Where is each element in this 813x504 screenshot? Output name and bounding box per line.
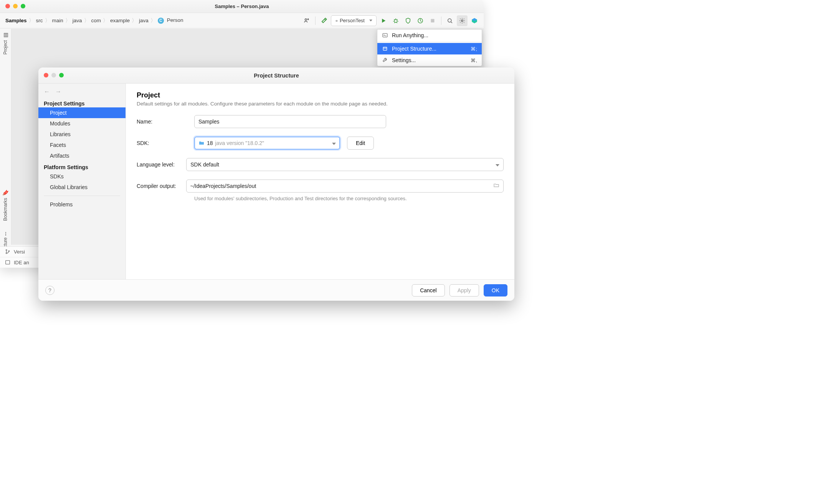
compiler-output-field[interactable]: ~/IdeaProjects/Samples/out xyxy=(186,180,504,193)
svg-point-4 xyxy=(448,18,451,22)
edit-sdk-button[interactable]: Edit xyxy=(347,137,374,150)
toolbox-icon[interactable] xyxy=(469,15,480,26)
code-with-me-icon[interactable] xyxy=(301,15,312,26)
svg-point-5 xyxy=(461,20,463,21)
breadcrumb-item[interactable]: com xyxy=(90,17,103,24)
svg-point-0 xyxy=(305,18,307,20)
sdk-select[interactable]: 18 java version "18.0.2" xyxy=(194,137,340,150)
status-vcs-label: Versi xyxy=(14,249,25,255)
sidebar-item-libraries[interactable]: Libraries xyxy=(38,129,126,140)
breadcrumb-item[interactable]: java xyxy=(71,17,84,24)
dialog-main: Project Default settings for all modules… xyxy=(126,84,514,279)
left-tool-strip: Project ▤ Bookmarks 🔖 Structure ⫶ xyxy=(0,29,11,256)
maximize-icon[interactable] xyxy=(59,73,64,77)
shortcut: ⌘; xyxy=(471,46,477,52)
coverage-icon[interactable] xyxy=(403,15,413,26)
folder-icon: ▤ xyxy=(2,32,8,38)
traffic-lights xyxy=(5,4,25,8)
chevron-right-icon: 〉 xyxy=(29,17,34,24)
close-icon[interactable] xyxy=(5,4,10,8)
sdk-number: 18 xyxy=(207,140,213,146)
sidebar-item-facets[interactable]: Facets xyxy=(38,140,126,150)
sidebar-item-sdks[interactable]: SDKs xyxy=(38,171,126,182)
breadcrumb-item[interactable]: src xyxy=(35,17,45,24)
sidebar-item-artifacts[interactable]: Artifacts xyxy=(38,150,126,161)
svg-point-8 xyxy=(6,250,7,251)
project-name-input[interactable] xyxy=(194,115,386,128)
window-title: Samples – Person.java xyxy=(215,3,269,9)
traffic-lights xyxy=(44,73,64,77)
menu-separator xyxy=(377,42,482,42)
chevron-down-icon xyxy=(496,161,499,168)
separator xyxy=(441,16,441,25)
sidebar-item-global-libraries[interactable]: Global Libraries xyxy=(38,182,126,193)
debug-icon[interactable] xyxy=(390,15,401,26)
minimize-icon[interactable] xyxy=(51,73,56,77)
svg-point-1 xyxy=(394,20,397,23)
svg-rect-7 xyxy=(383,47,387,50)
toolbar-right: ◂▸ PersonTest xyxy=(301,15,480,26)
back-icon[interactable]: ← xyxy=(44,88,50,95)
section-platform-settings: Platform Settings xyxy=(38,161,126,171)
chevron-right-icon: 〉 xyxy=(65,17,71,24)
chevron-right-icon: 〉 xyxy=(132,17,137,24)
tool-project-tab[interactable]: Project ▤ xyxy=(2,32,8,54)
help-button[interactable]: ? xyxy=(45,286,55,295)
gear-icon[interactable] xyxy=(457,15,468,26)
menu-label: Project Structure... xyxy=(392,46,436,52)
menu-settings[interactable]: Settings... ⌘, xyxy=(377,54,482,66)
structure-icon xyxy=(382,46,388,52)
window-icon xyxy=(5,259,11,265)
forward-icon[interactable]: → xyxy=(55,88,61,95)
svg-rect-11 xyxy=(6,261,10,264)
ok-button[interactable]: OK xyxy=(484,284,507,296)
build-hammer-icon[interactable] xyxy=(319,15,329,26)
row-compiler-output: Compiler output: ~/IdeaProjects/Samples/… xyxy=(137,180,504,193)
svg-point-9 xyxy=(6,253,7,254)
sidebar-item-project[interactable]: Project xyxy=(38,107,126,118)
label-sdk: SDK: xyxy=(137,140,194,146)
run-config-label: PersonTest xyxy=(340,18,365,23)
profile-icon[interactable] xyxy=(415,15,426,26)
sidebar-item-modules[interactable]: Modules xyxy=(38,118,126,129)
language-level-select[interactable]: SDK default xyxy=(186,158,504,171)
minimize-icon[interactable] xyxy=(13,4,18,8)
gear-dropdown: Run Anything... Project Structure... ⌘; … xyxy=(377,29,482,66)
browse-folder-icon[interactable] xyxy=(493,182,499,190)
menu-project-structure[interactable]: Project Structure... ⌘; xyxy=(377,43,482,54)
bookmark-icon: 🔖 xyxy=(2,189,9,196)
run-config-selector[interactable]: ◂▸ PersonTest xyxy=(331,15,377,26)
compiler-output-hint: Used for modules' subdirectories, Produc… xyxy=(194,196,504,201)
terminal-icon xyxy=(382,32,388,38)
wrench-icon xyxy=(382,57,388,63)
section-project-settings: Project Settings xyxy=(38,97,126,107)
language-level-value: SDK default xyxy=(190,161,219,168)
breadcrumb-class-label: Person xyxy=(167,17,183,23)
branch-icon xyxy=(5,249,11,255)
structure-icon: ⫶ xyxy=(4,231,7,237)
breadcrumb-root[interactable]: Samples xyxy=(4,17,28,24)
breadcrumb-item[interactable]: java xyxy=(137,17,150,24)
tab-label: Project xyxy=(3,40,8,54)
row-language-level: Language level: SDK default xyxy=(137,158,504,171)
breadcrumb-class[interactable]: C Person xyxy=(156,16,185,25)
close-icon[interactable] xyxy=(44,73,48,77)
compiler-output-value: ~/IdeaProjects/Samples/out xyxy=(190,183,256,189)
run-icon[interactable] xyxy=(378,15,389,26)
sidebar-item-problems[interactable]: Problems xyxy=(38,199,126,210)
tool-bookmarks-tab[interactable]: Bookmarks 🔖 xyxy=(2,189,8,221)
menu-run-anything[interactable]: Run Anything... xyxy=(377,30,482,41)
breadcrumb-item[interactable]: example xyxy=(109,17,131,24)
breadcrumb-item[interactable]: main xyxy=(51,17,65,24)
breadcrumbs: Samples 〉 src 〉 main 〉 java 〉 com 〉 exam… xyxy=(4,16,185,25)
label-language-level: Language level: xyxy=(137,161,186,168)
cancel-button[interactable]: Cancel xyxy=(412,284,445,296)
maximize-icon[interactable] xyxy=(21,4,25,8)
divider xyxy=(44,196,120,196)
dialog-footer: ? Cancel Apply OK xyxy=(38,279,514,301)
menu-label: Run Anything... xyxy=(392,32,428,38)
class-icon: C xyxy=(158,18,164,24)
apply-button[interactable]: Apply xyxy=(449,284,479,296)
stop-icon[interactable] xyxy=(427,15,438,26)
search-icon[interactable] xyxy=(445,15,455,26)
